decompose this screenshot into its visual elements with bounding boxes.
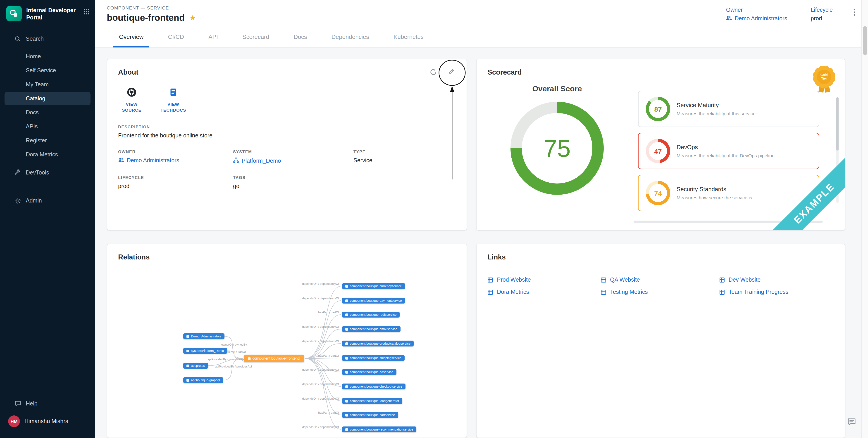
kebab-menu-icon[interactable] <box>854 7 855 18</box>
entity-icon <box>345 328 348 330</box>
entity-icon <box>345 400 348 402</box>
apps-grid-icon[interactable] <box>83 6 90 17</box>
scorecard-card: Scorecard Gold Tier Overall Score 75 <box>476 59 845 231</box>
view-techdocs-button[interactable]: VIEW TECHDOCS <box>160 87 187 113</box>
link-dev-website[interactable]: Dev Website <box>719 277 834 283</box>
page-content: About VIEW SOURCE <box>95 48 868 438</box>
view-source-button[interactable]: VIEW SOURCE <box>118 87 145 113</box>
entity-icon <box>345 342 348 345</box>
sidebar-item-admin[interactable]: Admin <box>0 193 95 208</box>
favorite-star-icon[interactable]: ★ <box>189 14 196 22</box>
sidebar-header: Internal Developer Portal <box>0 0 95 28</box>
owner-link[interactable]: Demo Administrators <box>726 15 787 22</box>
relation-node-component-boutique-currencyservice[interactable]: component:boutique-currencyservice <box>342 283 405 289</box>
svg-text:hasPart / partOf: hasPart / partOf <box>318 354 339 357</box>
relations-card: Relations dependsOn / dependencyOfdepend… <box>107 244 467 438</box>
refresh-icon[interactable] <box>430 68 437 78</box>
tab-overview[interactable]: Overview <box>107 27 156 47</box>
tab-kubernetes[interactable]: Kubernetes <box>381 27 436 47</box>
relation-node-component-boutique-productcatalogservice[interactable]: component:boutique-productcatalogservice <box>342 341 414 346</box>
relation-node-api-boutique-graphql[interactable]: api:boutique-graphql <box>183 377 223 383</box>
entity-icon <box>345 413 348 416</box>
sidebar-item-catalog[interactable]: Catalog <box>4 92 91 105</box>
relation-node-component-boutique-shippingservice[interactable]: component:boutique-shippingservice <box>342 355 405 361</box>
description-value: Frontend for the boutique online store <box>118 133 456 139</box>
sidebar-item-self-service[interactable]: Self Service <box>4 64 91 77</box>
link-grid-icon <box>600 289 607 295</box>
about-system-link[interactable]: Platform_Demo <box>233 158 353 165</box>
relation-node-system-platform-demo[interactable]: system:Platform_Demo <box>183 348 227 354</box>
page-title: boutique-frontend <box>107 13 185 23</box>
svg-text:apiProvidedBy / providesApi: apiProvidedBy / providesApi <box>215 365 252 368</box>
techdocs-icon <box>169 87 178 99</box>
link-testing-metrics[interactable]: Testing Metrics <box>600 289 719 295</box>
scorecard-item-security-standards[interactable]: 74 Security Standards Measures how secur… <box>638 175 819 211</box>
svg-text:dependsOn / dependencyOf: dependsOn / dependencyOf <box>302 397 339 400</box>
page-scrollbar[interactable] <box>861 0 868 438</box>
sidebar-item-home[interactable]: Home <box>4 49 91 63</box>
link-dora-metrics[interactable]: Dora Metrics <box>487 289 600 295</box>
page-header: COMPONENT — SERVICE boutique-frontend ★ … <box>95 0 868 27</box>
scorecard-item-devops[interactable]: 47 DevOps Measures the reliability of th… <box>638 133 819 169</box>
entity-icon <box>345 371 348 373</box>
relation-node-component-boutique-frontend[interactable]: component:boutique-frontend <box>244 355 304 362</box>
link-prod-website[interactable]: Prod Website <box>487 277 600 283</box>
sidebar-item-docs[interactable]: Docs <box>4 106 91 119</box>
links-grid: Prod Website QA Website Dev Website <box>487 277 834 295</box>
link-qa-website[interactable]: QA Website <box>600 277 719 283</box>
score-ring: 87 <box>646 97 670 121</box>
user-profile[interactable]: HM Himanshu Mishra <box>0 411 95 432</box>
app-logo <box>6 6 22 21</box>
tab-scorecard[interactable]: Scorecard <box>230 27 281 47</box>
relation-node-component-boutique-cartservice[interactable]: component:boutique-cartservice <box>342 412 398 418</box>
admin-label: Admin <box>26 198 42 204</box>
relation-node-demo-administrators[interactable]: Demo_Administrators <box>183 333 225 339</box>
sidebar-item-apis[interactable]: APIs <box>4 120 91 133</box>
about-owner-link[interactable]: Demo Administrators <box>118 158 233 164</box>
sidebar-item-my-team[interactable]: My Team <box>4 77 91 91</box>
sidebar-search[interactable]: Search <box>0 31 95 46</box>
link-grid-icon <box>487 289 493 295</box>
relation-node-component-boutique-paymentservice[interactable]: component:boutique-paymentservice <box>342 298 405 304</box>
svg-text:hasPart / partOf: hasPart / partOf <box>318 310 339 314</box>
link-grid-icon <box>719 277 725 283</box>
sidebar-item-dora-metrics[interactable]: Dora Metrics <box>4 147 91 161</box>
entity-icon <box>345 313 348 316</box>
tag-chip[interactable]: go <box>233 183 353 190</box>
link-grid-icon <box>487 277 493 283</box>
github-icon <box>127 87 137 99</box>
relation-node-component-boutique-emailservice[interactable]: component:boutique-emailservice <box>342 326 400 332</box>
description-label: DESCRIPTION <box>118 125 456 130</box>
system-icon <box>233 158 239 165</box>
group-icon <box>726 15 732 22</box>
scorecard-item-service-maturity[interactable]: 87 Service Maturity Measures the reliabi… <box>638 91 819 127</box>
tab-docs[interactable]: Docs <box>281 27 319 47</box>
relation-node-api-protos[interactable]: api:protos <box>183 363 208 369</box>
links-card: Links Prod Website QA Website <box>476 244 845 438</box>
annotation-overlay <box>107 59 467 231</box>
about-system: SYSTEM Platform_Demo <box>233 150 353 165</box>
tab-bar: Overview CI/CD API Scorecard Docs Depend… <box>95 27 868 48</box>
owner-block: Owner Demo Administrators <box>726 7 787 22</box>
breadcrumb: COMPONENT — SERVICE <box>107 5 196 10</box>
overall-score-donut: 75 <box>510 102 604 195</box>
relation-node-component-boutique-redisservice[interactable]: component:boutique-redisservice <box>342 312 400 317</box>
link-team-training-progress[interactable]: Team Training Progress <box>719 289 834 295</box>
about-type: TYPE Service <box>353 150 456 165</box>
tab-dependencies[interactable]: Dependencies <box>319 27 381 47</box>
tab-api[interactable]: API <box>196 27 230 47</box>
edit-pencil-icon[interactable] <box>448 68 455 78</box>
feedback-chat-icon[interactable] <box>847 417 856 428</box>
entity-icon <box>345 299 348 302</box>
relation-node-component-boutique-adservice[interactable]: component:boutique-adservice <box>342 369 396 375</box>
sidebar-item-devtools[interactable]: DevTools <box>0 165 95 180</box>
tab-ci-cd[interactable]: CI/CD <box>156 27 196 47</box>
wrench-icon <box>14 169 21 176</box>
relation-node-component-boutique-loadgenerator[interactable]: component:boutique-loadgenerator <box>342 398 402 404</box>
svg-text:dependsOn / dependencyOf: dependsOn / dependencyOf <box>302 339 339 343</box>
sidebar-item-help[interactable]: Help <box>0 396 95 411</box>
relation-node-component-boutique-recommendationservice[interactable]: component:boutique-recommendationservice <box>342 427 416 432</box>
sidebar-item-register[interactable]: Register <box>4 134 91 147</box>
relation-node-component-boutique-checkoutservice[interactable]: component:boutique-checkoutservice <box>342 383 405 390</box>
page-scrollbar-thumb[interactable] <box>863 26 867 55</box>
